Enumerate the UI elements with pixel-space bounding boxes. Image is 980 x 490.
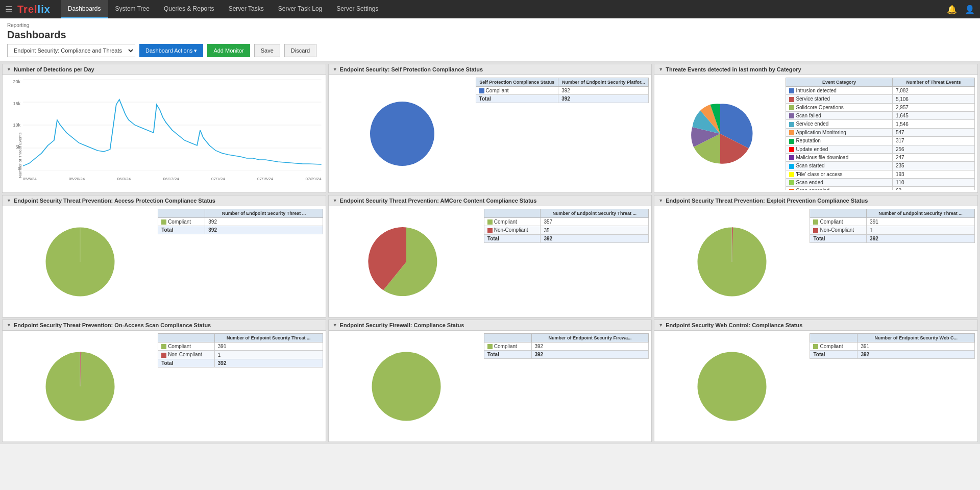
panel-threat-events: ▼ Threate Events detected in last month … — [654, 64, 978, 193]
panel-header-exploit: ▼ Endpoint Security Threat Prevention: E… — [654, 195, 977, 206]
panel-content-exploit: Number of Endpoint Security Threat ... C… — [654, 206, 977, 317]
collapse-icon-threat-events[interactable]: ▼ — [658, 67, 663, 72]
table-row-total: Total 392 — [484, 351, 649, 359]
table-row-total: Total 392 — [158, 226, 323, 234]
table-row-total: Total 392 — [810, 234, 975, 242]
exploit-pie-svg — [694, 224, 770, 300]
notification-icon[interactable]: 🔔 — [947, 5, 957, 14]
nav-dashboards[interactable]: Dashboards — [61, 0, 108, 18]
pie-self-protection — [331, 78, 473, 190]
pie-access-protection — [5, 209, 155, 314]
add-monitor-button[interactable]: Add Monitor — [207, 44, 250, 57]
dashboard-grid: ▼ Number of Detections per Day 20k 15k 1… — [0, 62, 980, 444]
table-row: Solidcore Operations2,957 — [786, 103, 975, 111]
panel-firewall: ▼ Endpoint Security Firewall: Compliance… — [328, 320, 652, 442]
table-row: Scan started235 — [786, 162, 975, 170]
collapse-icon-exploit[interactable]: ▼ — [658, 198, 663, 203]
table-row: Service started5,106 — [786, 95, 975, 103]
collapse-arrow-icon[interactable]: ▼ — [7, 67, 11, 72]
panel-header-on-access-scan: ▼ Endpoint Security Threat Prevention: O… — [3, 320, 326, 331]
panel-content-threat-events: Event Category Number of Threat Events I… — [654, 75, 977, 192]
table-row: Non-Compliant 35 — [484, 226, 649, 234]
panel-header-threat-events: ▼ Threate Events detected in last month … — [654, 64, 977, 75]
save-button[interactable]: Save — [254, 44, 280, 57]
panel-detections-per-day: ▼ Number of Detections per Day 20k 15k 1… — [2, 64, 326, 193]
collapse-icon-on-access-scan[interactable]: ▼ — [7, 323, 11, 328]
nav-server-tasks[interactable]: Server Tasks — [222, 0, 271, 18]
web-control-pie-svg — [694, 348, 770, 425]
panel-header-access-protection: ▼ Endpoint Security Threat Prevention: A… — [3, 195, 326, 206]
table-row: Intrusion detected7,082 — [786, 87, 975, 95]
svg-point-5 — [370, 102, 434, 166]
svg-point-13 — [698, 352, 767, 421]
nav-server-task-log[interactable]: Server Task Log — [271, 0, 330, 18]
table-row-total: Total 392 — [158, 359, 323, 367]
collapse-icon-firewall[interactable]: ▼ — [333, 323, 337, 328]
discard-button[interactable]: Discard — [284, 44, 316, 57]
panel-header-detections: ▼ Number of Detections per Day — [3, 64, 326, 75]
pie-amcore — [331, 209, 481, 314]
panel-web-control: ▼ Endpoint Security Web Control: Complia… — [654, 320, 978, 442]
table-access-protection: Number of Endpoint Security Threat ... C… — [158, 209, 323, 314]
breadcrumb: Reporting — [7, 22, 973, 28]
dashboard-actions-button[interactable]: Dashboard Actions ▾ — [139, 44, 203, 57]
panel-access-protection: ▼ Endpoint Security Threat Prevention: A… — [2, 195, 326, 317]
table-on-access-scan: Number of Endpoint Security Threat ... C… — [158, 333, 323, 439]
collapse-icon-amcore[interactable]: ▼ — [333, 198, 337, 203]
table-firewall: Number of Endpoint Security Firewa... Co… — [484, 333, 649, 439]
table-row: Compliant 357 — [484, 218, 649, 226]
page-title: Dashboards — [7, 29, 973, 41]
table-row: Service ended1,546 — [786, 120, 975, 128]
line-chart-svg — [23, 79, 322, 171]
nav-server-settings[interactable]: Server Settings — [329, 0, 385, 18]
table-threat-events: Event Category Number of Threat Events I… — [786, 78, 975, 190]
table-row: Compliant 392 — [476, 87, 649, 95]
nav-system-tree[interactable]: System Tree — [108, 0, 157, 18]
collapse-icon-access-protection[interactable]: ▼ — [7, 198, 11, 203]
pie-web-control — [657, 333, 807, 439]
table-row-total: Total 392 — [476, 95, 649, 103]
table-web-control: Number of Endpoint Security Web C... Com… — [810, 333, 975, 439]
panel-header-amcore: ▼ Endpoint Security Threat Prevention: A… — [329, 195, 652, 206]
on-access-pie-svg — [42, 348, 118, 425]
table-row: Compliant 392 — [484, 342, 649, 351]
collapse-icon-self-protection[interactable]: ▼ — [333, 67, 337, 72]
user-icon[interactable]: 👤 — [965, 5, 975, 14]
table-self-protection: Self Protection Compliance Status Number… — [476, 78, 649, 190]
table-row: Compliant 391 — [810, 342, 975, 351]
table-row: Scan ended110 — [786, 178, 975, 186]
table-row: Compliant 391 — [158, 342, 323, 351]
panel-exploit-prevention: ▼ Endpoint Security Threat Prevention: E… — [654, 195, 978, 317]
pie-chart-svg — [366, 98, 438, 169]
table-row: Malicious file download247 — [786, 153, 975, 161]
top-navigation: ☰ Trellix Dashboards System Tree Queries… — [0, 0, 980, 18]
panel-header-self-protection: ▼ Endpoint Security: Self Protection Com… — [329, 64, 652, 75]
table-row: Update ended256 — [786, 145, 975, 153]
panel-content-amcore: Number of Endpoint Security Threat ... C… — [329, 206, 652, 317]
subheader: Reporting Dashboards Endpoint Security: … — [0, 18, 980, 62]
collapse-icon-web-control[interactable]: ▼ — [658, 323, 663, 328]
svg-point-12 — [372, 352, 440, 421]
table-row: 'File' class or access193 — [786, 170, 975, 178]
pie-exploit — [657, 209, 807, 314]
table-row: Scan failed1,645 — [786, 112, 975, 120]
table-exploit: Number of Endpoint Security Threat ... C… — [810, 209, 975, 314]
nav-right: 🔔 👤 — [947, 5, 975, 14]
table-row: Reputation317 — [786, 137, 975, 145]
table-amcore: Number of Endpoint Security Threat ... C… — [484, 209, 649, 314]
app-logo: Trellix — [17, 4, 51, 15]
table-row: Non-Compliant 1 — [810, 226, 975, 234]
dashboard-select[interactable]: Endpoint Security: Compliance and Threat… — [7, 44, 135, 57]
table-row-total: Total 392 — [810, 351, 975, 359]
nav-queries-reports[interactable]: Queries & Reports — [157, 0, 222, 18]
panel-header-firewall: ▼ Endpoint Security Firewall: Compliance… — [329, 320, 652, 331]
hamburger-icon[interactable]: ☰ — [5, 5, 12, 14]
pie-svg — [42, 224, 118, 300]
threat-pie-svg — [687, 101, 753, 167]
table-row-total: Total 392 — [484, 234, 649, 242]
line-chart: 20k 15k 10k 5k 0 — [7, 79, 322, 181]
pie-threat-events — [657, 78, 783, 190]
panel-content-access-protection: Number of Endpoint Security Threat ... C… — [3, 206, 326, 317]
table-row: Non-Compliant 1 — [158, 351, 323, 359]
panel-amcore-content: ▼ Endpoint Security Threat Prevention: A… — [328, 195, 652, 317]
